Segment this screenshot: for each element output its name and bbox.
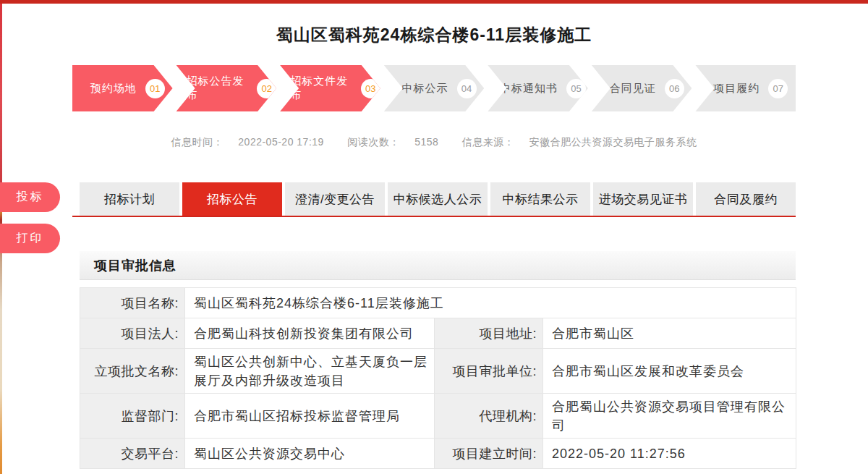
step-winner-publicity: 中标公示 04 bbox=[384, 65, 485, 111]
step-award-notice: 中标通知书 05 bbox=[488, 65, 588, 111]
table-row: 立项批文名称: 蜀山区公共创新中心、立基天厦负一层展厅及内部升级改造项目 项目审… bbox=[80, 349, 796, 394]
step-number-badge: 01 bbox=[145, 79, 165, 98]
meta-views-value: 5158 bbox=[414, 136, 438, 148]
tab-clarification-change[interactable]: 澄清/变更公告 bbox=[285, 182, 385, 216]
field-label-project-address: 项目地址: bbox=[435, 318, 543, 349]
meta-time-value: 2022-05-20 17:19 bbox=[238, 136, 324, 148]
field-label-legal-entity: 项目法人: bbox=[80, 318, 185, 349]
tab-result-publicity[interactable]: 中标结果公示 bbox=[490, 182, 590, 216]
meta-source-label: 信息来源： bbox=[462, 136, 515, 148]
tab-entry-certificate[interactable]: 进场交易见证书 bbox=[593, 182, 693, 216]
field-label-project-name: 项目名称: bbox=[80, 288, 185, 318]
top-red-border bbox=[0, 0, 868, 4]
step-label: 招标公告发布 bbox=[187, 75, 249, 102]
field-label-supervision-dept: 监督部门: bbox=[80, 394, 185, 439]
step-number-badge: 03 bbox=[361, 79, 380, 98]
meta-source-value: 安徽合肥公共资源交易电子服务系统 bbox=[529, 136, 697, 148]
step-announcement-published: 招标公告发布 02 bbox=[176, 65, 277, 111]
field-value-trading-platform: 蜀山区公共资源交易中心 bbox=[185, 439, 435, 469]
step-number-badge: 06 bbox=[665, 79, 684, 98]
field-value-agency: 合肥蜀山公共资源交易项目管理有限公司 bbox=[543, 394, 796, 439]
step-label: 中标通知书 bbox=[500, 82, 558, 96]
section-title-project-approval: 项目审批信息 bbox=[80, 251, 796, 280]
print-button[interactable]: 打印 bbox=[0, 224, 60, 253]
step-label: 预约场地 bbox=[90, 82, 137, 96]
field-value-project-created-time: 2022-05-20 11:27:56 bbox=[543, 439, 796, 469]
step-contract-witness: 合同见证 06 bbox=[592, 65, 692, 111]
meta-views-label: 阅读次数： bbox=[347, 136, 400, 148]
step-label: 中标公示 bbox=[402, 82, 448, 96]
tab-bidding-plan[interactable]: 招标计划 bbox=[80, 182, 179, 216]
field-label-approval-doc-name: 立项批文名称: bbox=[80, 349, 185, 394]
step-number-badge: 05 bbox=[566, 79, 586, 98]
field-label-trading-platform: 交易平台: bbox=[80, 439, 185, 469]
meta-time-label: 信息时间： bbox=[171, 136, 224, 148]
step-number-badge: 04 bbox=[457, 79, 477, 98]
field-value-project-name: 蜀山区蜀科苑24栋综合楼6-11层装修施工 bbox=[185, 288, 796, 318]
step-number-badge: 02 bbox=[257, 79, 276, 98]
page-title: 蜀山区蜀科苑24栋综合楼6-11层装修施工 bbox=[0, 0, 868, 46]
step-label: 招标文件发布 bbox=[290, 75, 352, 102]
field-label-project-created-time: 项目建立时间: bbox=[435, 439, 543, 469]
step-label: 项目履约 bbox=[713, 82, 760, 96]
tab-bidding-announcement[interactable]: 招标公告 bbox=[182, 182, 282, 216]
field-value-approval-doc-name: 蜀山区公共创新中心、立基天厦负一层展厅及内部升级改造项目 bbox=[185, 349, 435, 394]
step-label: 合同见证 bbox=[610, 82, 656, 96]
meta-bar: 信息时间： 2022-05-20 17:19 阅读次数： 5158 信息来源： … bbox=[72, 136, 796, 149]
tab-strip: 招标计划 招标公告 澄清/变更公告 中标候选人公示 中标结果公示 进场交易见证书… bbox=[72, 182, 796, 217]
progress-steps: 预约场地 01 招标公告发布 02 招标文件发布 03 中标公示 04 中标通知… bbox=[72, 65, 796, 111]
step-number-badge: 07 bbox=[768, 79, 788, 98]
field-value-approval-unit: 合肥市蜀山区发展和改革委员会 bbox=[543, 349, 796, 394]
field-value-supervision-dept: 合肥市蜀山区招标投标监督管理局 bbox=[185, 394, 435, 439]
field-label-approval-unit: 项目审批单位: bbox=[435, 349, 543, 394]
step-reserve-venue: 预约场地 01 bbox=[72, 65, 173, 111]
field-label-agency: 代理机构: bbox=[435, 394, 543, 439]
field-value-legal-entity: 合肥蜀山科技创新投资集团有限公司 bbox=[185, 318, 435, 349]
step-project-performance: 项目履约 07 bbox=[695, 65, 796, 111]
bid-button[interactable]: 投标 bbox=[0, 182, 60, 212]
field-value-project-address: 合肥市蜀山区 bbox=[543, 318, 796, 349]
main-content: 预约场地 01 招标公告发布 02 招标文件发布 03 中标公示 04 中标通知… bbox=[72, 65, 796, 469]
table-row: 项目法人: 合肥蜀山科技创新投资集团有限公司 项目地址: 合肥市蜀山区 bbox=[80, 318, 796, 349]
table-row: 监督部门: 合肥市蜀山区招标投标监督管理局 代理机构: 合肥蜀山公共资源交易项目… bbox=[80, 394, 796, 439]
project-approval-table: 项目名称: 蜀山区蜀科苑24栋综合楼6-11层装修施工 项目法人: 合肥蜀山科技… bbox=[80, 287, 796, 469]
tab-candidate-publicity[interactable]: 中标候选人公示 bbox=[388, 182, 488, 216]
step-documents-published: 招标文件发布 03 bbox=[280, 65, 380, 111]
table-row: 交易平台: 蜀山区公共资源交易中心 项目建立时间: 2022-05-20 11:… bbox=[80, 439, 796, 469]
table-row: 项目名称: 蜀山区蜀科苑24栋综合楼6-11层装修施工 bbox=[80, 288, 796, 318]
tab-contract-performance[interactable]: 合同及履约 bbox=[696, 182, 796, 216]
